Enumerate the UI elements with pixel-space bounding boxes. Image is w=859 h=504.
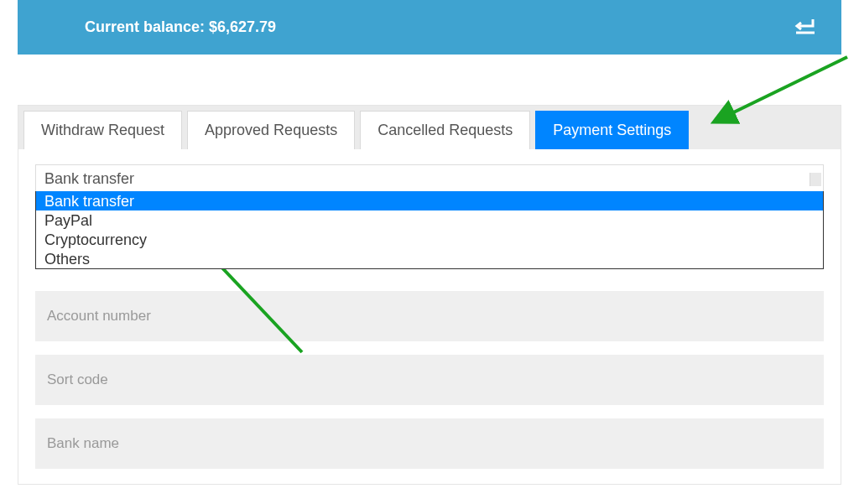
withdraw-panel: Withdraw Request Approved Requests Cance… <box>18 105 841 485</box>
tab-label: Payment Settings <box>553 122 671 138</box>
option-label: Cryptocurrency <box>44 231 147 248</box>
balance-bar: Current balance: $6,627.79 <box>18 0 841 55</box>
option-label: PayPal <box>44 212 92 229</box>
select-display[interactable]: Bank transfer <box>35 164 824 194</box>
bank-name-field[interactable]: Bank name <box>35 405 824 469</box>
field-placeholder: Bank name <box>47 435 119 451</box>
tab-label: Withdraw Request <box>41 122 164 138</box>
payment-method-select[interactable]: Bank transfer Bank transfer PayPal Crypt… <box>35 164 824 194</box>
bank-form: Account number Sort code Bank name <box>35 278 824 469</box>
tab-withdraw-request[interactable]: Withdraw Request <box>23 111 182 149</box>
option-paypal[interactable]: PayPal <box>36 210 823 230</box>
tab-cancelled-requests[interactable]: Cancelled Requests <box>360 111 530 149</box>
option-label: Others <box>44 251 90 268</box>
chevron-down-icon <box>810 173 821 186</box>
tab-label: Cancelled Requests <box>377 122 513 138</box>
tab-approved-requests[interactable]: Approved Requests <box>187 111 355 149</box>
option-cryptocurrency[interactable]: Cryptocurrency <box>36 230 823 249</box>
payment-settings-content: Bank transfer Bank transfer PayPal Crypt… <box>18 149 841 484</box>
option-others[interactable]: Others <box>36 249 823 268</box>
select-value: Bank transfer <box>44 170 134 188</box>
option-label: Bank transfer <box>44 193 134 210</box>
payment-method-dropdown: Bank transfer PayPal Cryptocurrency Othe… <box>35 191 824 269</box>
balance-label: Current balance: $6,627.79 <box>85 18 276 36</box>
field-placeholder: Sort code <box>47 372 108 387</box>
account-number-field[interactable]: Account number <box>35 278 824 341</box>
sort-code-field[interactable]: Sort code <box>35 341 824 405</box>
tab-bar: Withdraw Request Approved Requests Cance… <box>18 106 841 149</box>
tab-payment-settings[interactable]: Payment Settings <box>535 111 689 149</box>
field-placeholder: Account number <box>47 308 151 324</box>
tab-label: Approved Requests <box>205 122 337 138</box>
return-icon[interactable] <box>794 16 816 39</box>
option-bank-transfer[interactable]: Bank transfer <box>36 191 823 210</box>
